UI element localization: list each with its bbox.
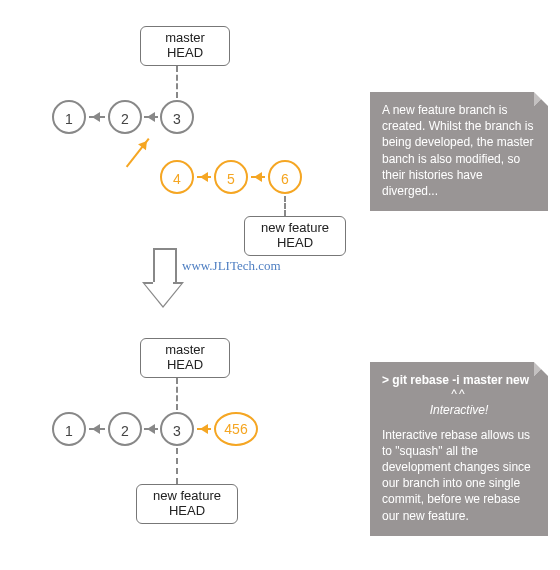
master-head-label-top: masterHEAD	[165, 30, 205, 60]
note-box-top: A new feature branch is created. Whilst …	[370, 92, 548, 211]
arrow-left-icon	[89, 428, 105, 430]
master-head-box-bottom: masterHEAD	[140, 338, 230, 378]
note-arrows-icon: ^^	[382, 386, 536, 402]
note-command: > git rebase -i master new	[382, 373, 529, 387]
feature-head-label-top: new featureHEAD	[261, 220, 329, 250]
commit-label: 2	[121, 111, 129, 127]
commit-label: 1	[65, 423, 73, 439]
note-box-bottom: > git rebase -i master new ^^ Interactiv…	[370, 362, 548, 536]
feature-head-label-bottom: new featureHEAD	[153, 488, 221, 518]
arrow-diagonal-icon	[126, 138, 150, 168]
commit-node: 2	[108, 412, 142, 446]
commit-node: 1	[52, 100, 86, 134]
arrow-left-icon	[197, 176, 211, 178]
commit-label: 3	[173, 111, 181, 127]
diagram-root: masterHEAD 1 2 3 4 5 6 new featureHEAD A…	[0, 0, 560, 570]
note-text-top: A new feature branch is created. Whilst …	[382, 103, 533, 198]
commit-node-feature: 4	[160, 160, 194, 194]
arrow-left-icon	[251, 176, 265, 178]
commit-label: 4	[173, 171, 181, 187]
commit-node: 2	[108, 100, 142, 134]
commit-node-feature: 5	[214, 160, 248, 194]
flow-arrow-down-icon	[145, 248, 181, 312]
arrow-left-icon	[144, 428, 158, 430]
commit-label: 456	[224, 421, 247, 437]
dashed-line-master-bottom	[176, 378, 178, 410]
dashed-line-feature-bottom	[176, 448, 178, 484]
commit-label: 3	[173, 423, 181, 439]
master-head-box-top: masterHEAD	[140, 26, 230, 66]
commit-label: 1	[65, 111, 73, 127]
commit-node: 3	[160, 100, 194, 134]
commit-node-feature: 6	[268, 160, 302, 194]
dashed-line-master-top	[176, 66, 178, 98]
watermark-text: www.JLITech.com	[182, 258, 281, 274]
commit-label: 2	[121, 423, 129, 439]
master-head-label-bottom: masterHEAD	[165, 342, 205, 372]
note-interactive-label: Interactive!	[382, 402, 536, 418]
feature-head-box-bottom: new featureHEAD	[136, 484, 238, 524]
commit-node-squashed: 456	[214, 412, 258, 446]
commit-label: 6	[281, 171, 289, 187]
commit-node: 1	[52, 412, 86, 446]
note-body: Interactive rebase allows us to "squash"…	[382, 428, 531, 523]
feature-head-box-top: new featureHEAD	[244, 216, 346, 256]
arrow-left-icon	[144, 116, 158, 118]
arrow-left-icon	[197, 428, 211, 430]
commit-node: 3	[160, 412, 194, 446]
commit-label: 5	[227, 171, 235, 187]
arrow-left-icon	[89, 116, 105, 118]
dashed-line-feature-top	[284, 196, 286, 216]
